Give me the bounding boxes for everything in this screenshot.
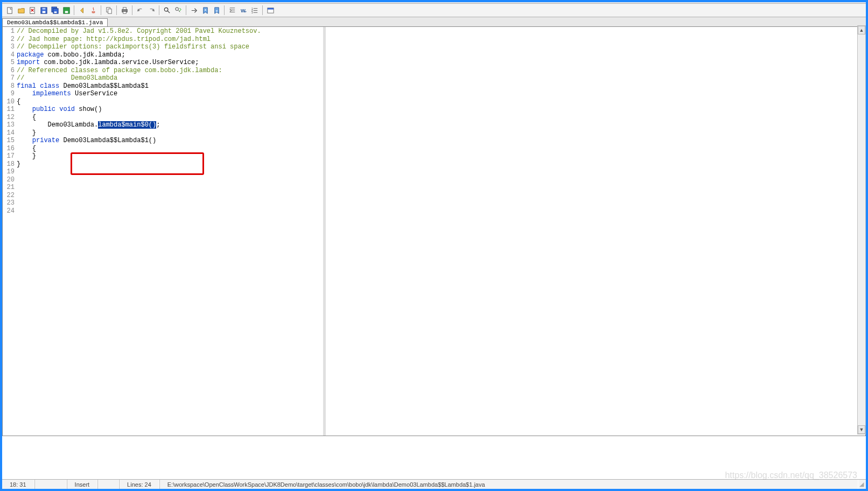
svg-rect-14 — [123, 11, 126, 13]
line-numbers-button[interactable]: 123 — [249, 5, 260, 16]
scroll-up-button[interactable]: ▲ — [858, 26, 865, 34]
separator — [132, 5, 132, 15]
tab-file[interactable]: Demo03Lambda$$Lambda$1.java — [2, 18, 108, 26]
status-mode: Insert — [67, 480, 98, 489]
scroll-down-button[interactable]: ▼ — [858, 425, 865, 434]
vertical-scrollbar[interactable]: ▲ ▼ — [857, 25, 866, 434]
svg-rect-13 — [123, 7, 126, 9]
separator — [159, 5, 159, 15]
status-spacer — [34, 480, 67, 489]
separator — [186, 5, 186, 15]
separator — [224, 5, 225, 15]
separator — [116, 5, 117, 15]
svg-rect-22 — [267, 8, 273, 9]
bookmark-down-button[interactable] — [211, 5, 222, 16]
separator — [262, 5, 263, 15]
undo-button[interactable] — [135, 5, 145, 16]
save-button[interactable] — [38, 5, 49, 16]
svg-text:3: 3 — [251, 11, 253, 14]
separator — [74, 5, 74, 15]
svg-rect-9 — [65, 11, 68, 13]
open-button[interactable] — [16, 5, 26, 16]
svg-point-16 — [175, 7, 178, 10]
status-cursor-pos: 18: 31 — [2, 480, 34, 489]
save-all-button[interactable] — [50, 5, 60, 16]
svg-point-15 — [164, 8, 168, 11]
new-file-button[interactable] — [4, 5, 15, 16]
svg-rect-7 — [54, 11, 57, 13]
status-spacer2 — [97, 480, 119, 489]
find-next-button[interactable] — [173, 5, 184, 16]
indent-button[interactable] — [227, 5, 237, 16]
close-button[interactable] — [27, 5, 38, 16]
goto-button[interactable] — [188, 5, 199, 16]
bookmark-up-button[interactable] — [200, 5, 211, 16]
svg-rect-4 — [42, 8, 45, 9]
editor-split: 123456789101112131415161718192021222324 … — [2, 27, 866, 436]
back-button[interactable] — [76, 5, 87, 16]
print-button[interactable] — [119, 5, 130, 16]
copy-button[interactable] — [103, 5, 114, 16]
editor-pane-right[interactable] — [326, 27, 865, 436]
svg-rect-11 — [108, 9, 111, 13]
separator — [101, 5, 101, 15]
svg-rect-3 — [42, 11, 45, 13]
resize-grip-icon[interactable]: ◢ — [858, 481, 866, 488]
toolbar: W 123 — [2, 4, 866, 17]
find-button[interactable] — [162, 5, 172, 16]
svg-text:W: W — [240, 8, 245, 13]
line-gutter: 123456789101112131415161718192021222324 — [3, 27, 17, 436]
wordwrap-button[interactable]: W — [238, 5, 249, 16]
status-lines: Lines: 24 — [119, 480, 159, 489]
save-as-button[interactable] — [61, 5, 72, 16]
redo-button[interactable] — [146, 5, 157, 16]
status-filepath: E:\workspace\OpenClassWorkSpace\JDK8Demo… — [159, 480, 858, 489]
status-bar: 18: 31 Insert Lines: 24 E:\workspace\Ope… — [2, 479, 866, 489]
svg-rect-0 — [7, 7, 11, 13]
options-button[interactable] — [265, 5, 276, 16]
java-button[interactable] — [88, 5, 99, 16]
code-area[interactable]: // Decompiled by Jad v1.5.8e2. Copyright… — [17, 27, 261, 436]
tab-strip: Demo03Lambda$$Lambda$1.java — [2, 17, 866, 27]
editor-pane-left[interactable]: 123456789101112131415161718192021222324 … — [3, 27, 326, 436]
